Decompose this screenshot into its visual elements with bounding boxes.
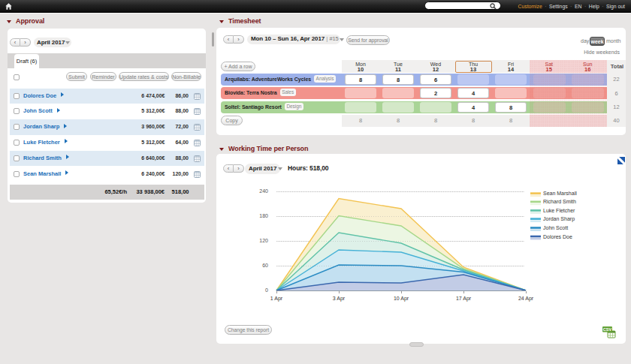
svg-text:CSV: CSV: [603, 327, 612, 332]
